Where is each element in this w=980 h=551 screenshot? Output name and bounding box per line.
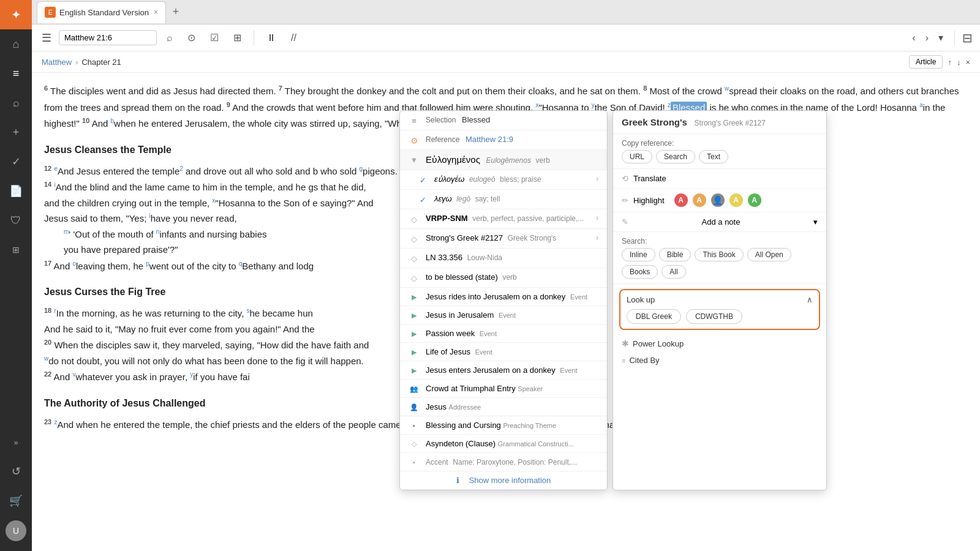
search-all-btn[interactable]: All <box>662 265 685 279</box>
selection-label: Selection <box>426 116 456 124</box>
sidebar-item-expand[interactable]: » <box>0 427 32 457</box>
event2-row[interactable]: ▶ Jesus in Jerusalem Event <box>400 306 607 324</box>
avatar[interactable]: U <box>6 520 26 541</box>
prev-button[interactable]: ‹ <box>908 30 919 46</box>
cdwgthb-btn[interactable]: CDWGTHB <box>686 309 742 324</box>
url-button[interactable]: URL <box>622 150 652 163</box>
tab-close-button[interactable]: × <box>154 8 158 17</box>
greek-root-row[interactable]: ✓ εὐλογέω eulogeō bless; praise › <box>400 170 607 190</box>
verse-num-7: 7 <box>279 84 282 92</box>
reference-input[interactable] <box>64 33 138 42</box>
sidebar-item-check[interactable]: ✓ <box>0 147 32 176</box>
search-inline-btn[interactable]: Inline <box>622 248 655 261</box>
greek-root-content: εὐλογέω eulogeō bless; praise <box>434 174 590 184</box>
breadcrumb-book[interactable]: Matthew <box>42 58 72 67</box>
highlight-red[interactable]: A <box>674 193 688 207</box>
double-bar-button[interactable]: // <box>286 30 301 46</box>
highlight-orange[interactable]: A <box>693 193 706 207</box>
power-lookup-row[interactable]: ✱ Power Lookup <box>613 335 826 352</box>
addressee-row[interactable]: 👤 Jesus Addressee <box>400 398 607 416</box>
nav-dropdown[interactable]: ▾ <box>935 29 947 46</box>
greek-main-row[interactable]: ▼ Εὐλογημένος Eulogēmenos verb <box>400 150 607 170</box>
event5-row[interactable]: ▶ Jesus enters Jerusalem on a donkey Eve… <box>400 361 607 380</box>
preaching-row[interactable]: ▪ Blessing and Cursing Preaching Theme <box>400 416 607 435</box>
search-thisbook-btn[interactable]: This Book <box>695 248 743 261</box>
cited-by-row[interactable]: ≡ Cited By <box>613 352 826 369</box>
sidebar-item-grid[interactable]: ⊞ <box>0 235 32 264</box>
sidebar-item-refresh[interactable]: ↺ <box>0 457 32 486</box>
show-more-label: Show more information <box>469 476 551 485</box>
scroll-down-button[interactable]: ↓ <box>957 58 961 67</box>
ln-content: LN 33.356 Louw-Nida <box>426 253 598 262</box>
ln-row[interactable]: ◇ LN 33.356 Louw-Nida <box>400 249 607 268</box>
app-logo[interactable]: ✦ <box>0 0 32 29</box>
search-copy-button[interactable]: Search <box>656 150 695 163</box>
scroll-up-button[interactable]: ↑ <box>948 58 952 67</box>
next-button[interactable]: › <box>922 30 932 46</box>
sidebar-item-library[interactable]: ≡ <box>0 59 32 88</box>
verse-num-8: 8 <box>643 84 647 92</box>
dbl-greek-btn[interactable]: DBL Greek <box>627 309 681 324</box>
meaning-content: to be blessed (state) verb <box>426 272 598 282</box>
add-note-expand[interactable]: ▾ <box>813 217 818 227</box>
text-copy-button[interactable]: Text <box>699 150 728 163</box>
search-bible-btn[interactable]: Bible <box>659 248 692 261</box>
grammar-content: VRPP-SNM verb, perfect, passive, partici… <box>426 214 590 223</box>
selection-row[interactable]: ≡ Selection Blessed <box>400 111 607 130</box>
grammar-row[interactable]: ◇ VRPP-SNM verb, perfect, passive, parti… <box>400 209 607 229</box>
meaning-row[interactable]: ◇ to be blessed (state) verb <box>400 268 607 288</box>
add-note-row[interactable]: ✎ Add a note ▾ <box>613 212 826 232</box>
search-allopen-btn[interactable]: All Open <box>747 248 791 261</box>
layout-button[interactable]: ⊞ <box>228 29 246 46</box>
panel-toggle-button[interactable]: ⊟ <box>962 31 973 45</box>
greek-verb-content: λεγω legō say; tell <box>434 194 598 203</box>
accent-row[interactable]: ▪ Accent Name: Paroxytone, Position: Pen… <box>400 453 607 471</box>
breadcrumb-chapter[interactable]: Chapter 21 <box>81 58 121 67</box>
sidebar-item-search[interactable]: ⌕ <box>0 88 32 118</box>
lookup-buttons: DBL Greek CDWGTHB <box>627 309 813 324</box>
highlight-green[interactable]: A <box>748 193 761 207</box>
search-button[interactable]: ⌕ <box>162 30 178 46</box>
power-lookup-label: Power Lookup <box>633 339 684 348</box>
share-button[interactable]: ⊙ <box>183 29 200 46</box>
speaker-row[interactable]: 👥 Crowd at Triumphal Entry Speaker <box>400 380 607 398</box>
search-books-btn[interactable]: Books <box>622 265 658 279</box>
event3-row[interactable]: ▶ Passion week Event <box>400 324 607 343</box>
greek-verb-row[interactable]: ✓ λεγω legō say; tell <box>400 190 607 209</box>
greek-popup-title: Greek Strong's <box>622 117 687 127</box>
strongs-content: Strong's Greek #2127 Greek Strong's <box>426 233 590 242</box>
verse-num-17: 17 <box>44 260 51 267</box>
tab-esv[interactable]: E English Standard Version × <box>37 1 166 23</box>
event1-row[interactable]: ▶ Jesus rides into Jerusalem on a donkey… <box>400 288 607 306</box>
sidebar-item-cart[interactable]: 🛒 <box>0 486 32 515</box>
speaker-icon: 👥 <box>409 385 420 393</box>
sidebar-item-add[interactable]: + <box>0 118 32 147</box>
accent-value: Name: Paroxytone, Position: Penult,... <box>453 458 577 467</box>
search-buttons: Inline Bible This Book All Open Books Al… <box>622 248 818 279</box>
highlight-label: Highlight <box>633 196 665 205</box>
sidebar-item-shield[interactable]: 🛡 <box>0 206 32 235</box>
greek-verb-trans: legō <box>456 195 470 203</box>
menu-button[interactable]: ☰ <box>39 29 54 47</box>
lookup-collapse-btn[interactable]: ∧ <box>807 295 813 304</box>
expand-icon: » <box>13 438 18 447</box>
tab-esv-icon: E <box>45 7 56 18</box>
tab-add-button[interactable]: + <box>167 4 184 21</box>
show-more-row[interactable]: ℹ Show more information <box>400 471 607 490</box>
translate-row[interactable]: ⟲ Translate <box>613 169 826 189</box>
strongs-row[interactable]: ◇ Strong's Greek #2127 Greek Strong's › <box>400 229 607 249</box>
word-info-popup: ≡ Selection Blessed ⊙ Reference Matthew … <box>399 110 608 490</box>
pause-button[interactable]: ⏸ <box>262 30 281 46</box>
reference-row[interactable]: ⊙ Reference Matthew 21:9 <box>400 130 607 150</box>
event4-row[interactable]: ▶ Life of Jesus Event <box>400 343 607 361</box>
close-panel-button[interactable]: × <box>965 58 970 67</box>
grammatical-row[interactable]: ◇ Asyndeton (Clause) Grammatical Constru… <box>400 435 607 453</box>
highlight-person[interactable]: 👤 <box>711 193 725 207</box>
highlight-yellow[interactable]: A <box>729 193 743 207</box>
sidebar-item-document[interactable]: 📄 <box>0 176 32 206</box>
reference-search[interactable] <box>59 30 157 45</box>
bookmark-button[interactable]: ☑ <box>205 29 224 46</box>
sidebar-item-home[interactable]: ⌂ <box>0 29 32 59</box>
highlight-row: ✏ Highlight A A 👤 A A <box>613 189 826 212</box>
article-button[interactable]: Article <box>909 55 943 69</box>
